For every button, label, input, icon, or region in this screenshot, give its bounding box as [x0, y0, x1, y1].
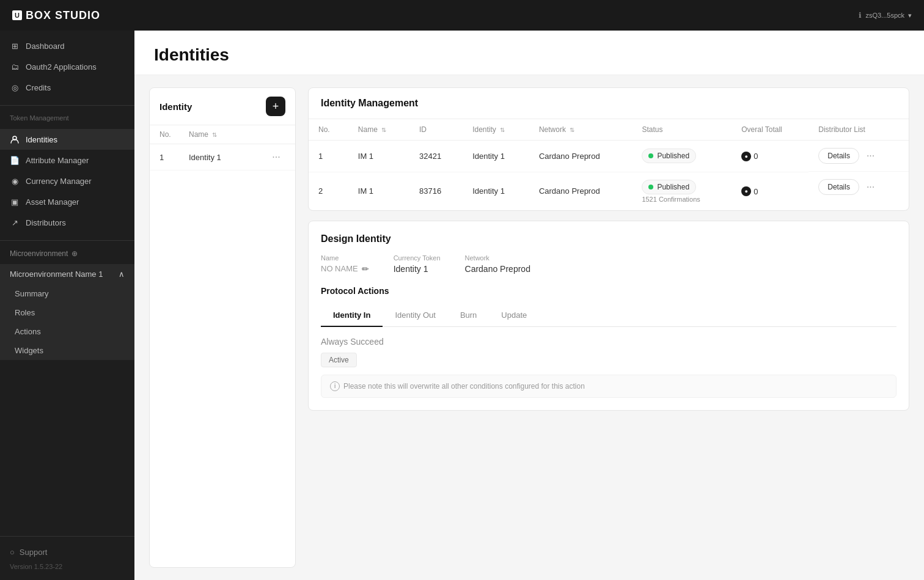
more-options-button[interactable]: ··· — [267, 150, 285, 164]
cell-distributor: Details ··· — [809, 172, 909, 202]
protocol-actions-title: Protocol Actions — [321, 286, 897, 296]
sidebar-item-label: Attribute Manager — [26, 156, 89, 165]
sidebar-item-roles[interactable]: Roles — [0, 303, 134, 322]
sidebar-item-label: Identities — [26, 135, 57, 144]
details-button[interactable]: Details — [818, 179, 859, 195]
th-id: ID — [409, 119, 463, 141]
identity-panel-title: Identity — [160, 101, 192, 112]
cell-status: Published 1521 Confirmations — [632, 172, 732, 210]
edit-icon[interactable]: ✏ — [362, 264, 369, 274]
tab-identity-in[interactable]: Identity In — [321, 304, 383, 327]
sidebar-item-currency-manager[interactable]: ◉ Currency Manager — [0, 171, 134, 191]
sidebar-item-credits[interactable]: ◎ Credits — [0, 77, 134, 98]
right-panel: Identity Management No. Name ⇅ — [308, 87, 909, 568]
tab-update[interactable]: Update — [489, 304, 539, 327]
status-text: Published — [657, 183, 689, 191]
cell-total: ● 0 — [732, 172, 809, 210]
cell-total: ● 0 — [732, 141, 809, 172]
sort-icon: ⇅ — [212, 131, 217, 138]
sidebar-item-label: Currency Manager — [26, 177, 92, 186]
user-menu[interactable]: ℹ zsQ3...5spck ▾ — [859, 11, 912, 20]
col-name: Name ⇅ — [189, 130, 262, 139]
protocol-tabs: Identity In Identity Out Burn Update — [321, 304, 897, 327]
microenv-name: Microenvironment Name 1 — [10, 270, 103, 279]
sidebar-item-label: Distributors — [26, 218, 66, 227]
th-name: Name ⇅ — [348, 119, 409, 141]
name-value: NO NAME ✏ — [321, 264, 369, 274]
sidebar: ⊞ Dashboard 🗂 Oauth2 Applications ◎ Cred… — [0, 31, 134, 580]
sidebar-item-dashboard[interactable]: ⊞ Dashboard — [0, 35, 134, 56]
distributors-icon: ↗ — [10, 218, 20, 227]
token-management-label: Token Management — [0, 108, 134, 124]
cell-distributor: Details ··· — [809, 141, 909, 172]
active-badge: Active — [321, 353, 357, 367]
th-status: Status — [632, 119, 732, 141]
identity-list-item: 1 Identity 1 ··· — [150, 144, 295, 171]
cell-id: 83716 — [409, 172, 463, 210]
sidebar-item-identities[interactable]: Identities — [0, 129, 134, 150]
status-text: Published — [657, 152, 689, 160]
cell-identity: Identity 1 — [463, 141, 529, 172]
info-icon: i — [330, 381, 340, 391]
support-label: Support — [20, 548, 48, 557]
sidebar-item-label: Dashboard — [26, 42, 65, 51]
sidebar-item-asset-manager[interactable]: ▣ Asset Manager — [0, 191, 134, 212]
main-content: Identities Identity + No. Name ⇅ — [134, 31, 924, 580]
sort-icon: ⇅ — [570, 127, 574, 133]
th-total: Overal Totall — [732, 119, 809, 141]
page-title: Identities — [154, 45, 904, 65]
sidebar-item-distributors[interactable]: ↗ Distributors — [0, 212, 134, 233]
sidebar-item-label: Asset Manager — [26, 197, 79, 207]
design-fields: Name NO NAME ✏ Currency Token Identity 1… — [321, 254, 897, 274]
sidebar-item-actions[interactable]: Actions — [0, 322, 134, 341]
add-identity-button[interactable]: + — [266, 97, 285, 116]
identity-icon — [10, 134, 20, 144]
sidebar-item-oauth2[interactable]: 🗂 Oauth2 Applications — [0, 56, 134, 77]
row-more-button[interactable]: ··· — [864, 180, 877, 194]
network-field: Network Cardano Preprod — [465, 254, 530, 274]
details-button[interactable]: Details — [818, 148, 859, 164]
sidebar-item-label: Credits — [26, 83, 51, 92]
credits-icon: ◎ — [10, 83, 20, 92]
cell-name: IM 1 — [348, 172, 409, 210]
name-label: Name — [321, 254, 369, 262]
identity-management-table: No. Name ⇅ ID Identity ⇅ — [309, 119, 909, 210]
network-label: Network — [465, 254, 530, 262]
tab-identity-out[interactable]: Identity Out — [383, 304, 447, 327]
logo: U BOX STUDIO — [12, 9, 100, 22]
dashboard-icon: ⊞ — [10, 41, 20, 51]
sort-icon: ⇅ — [381, 127, 386, 133]
always-succeed-label: Always Succeed — [321, 337, 897, 347]
design-identity-card: Design Identity Name NO NAME ✏ Currency … — [308, 221, 909, 411]
row-no: 1 — [160, 153, 184, 162]
table-row: 1 IM 1 32421 Identity 1 Cardano Preprod … — [309, 141, 909, 172]
th-identity: Identity ⇅ — [463, 119, 529, 141]
asset-icon: ▣ — [10, 197, 20, 207]
row-more-button[interactable]: ··· — [864, 149, 877, 163]
tab-burn[interactable]: Burn — [448, 304, 489, 327]
logo-text: BOX STUDIO — [26, 9, 100, 22]
sort-icon: ⇅ — [500, 127, 505, 133]
sidebar-item-widgets[interactable]: Widgets — [0, 341, 134, 360]
cell-id: 32421 — [409, 141, 463, 172]
support-item[interactable]: ○ Support — [10, 544, 125, 560]
cell-name: IM 1 — [348, 141, 409, 172]
microenv-title[interactable]: Microenvironment Name 1 ∧ — [0, 264, 134, 284]
sidebar-item-attribute-manager[interactable]: 📄 Attribute Manager — [0, 150, 134, 171]
version-label: Version 1.5.23-22 — [10, 560, 125, 573]
status-dot — [648, 153, 653, 158]
cell-no: 2 — [309, 172, 348, 210]
info-note: i Please note this will overwrite all ot… — [321, 375, 897, 398]
user-label: zsQ3...5spck — [865, 12, 904, 19]
microenvironment-label: Microenvironment — [10, 249, 68, 258]
col-no: No. — [160, 130, 184, 139]
microenvironment-header: Microenvironment ⊕ — [0, 243, 134, 264]
add-microenv-icon[interactable]: ⊕ — [72, 249, 78, 258]
topbar: U BOX STUDIO ℹ zsQ3...5spck ▾ — [0, 0, 924, 31]
cell-identity: Identity 1 — [463, 172, 529, 210]
cell-no: 1 — [309, 141, 348, 172]
summary-label: Summary — [15, 289, 49, 298]
sidebar-item-summary[interactable]: Summary — [0, 284, 134, 303]
folder-icon: 🗂 — [10, 62, 20, 72]
cell-status: Published — [632, 141, 732, 172]
